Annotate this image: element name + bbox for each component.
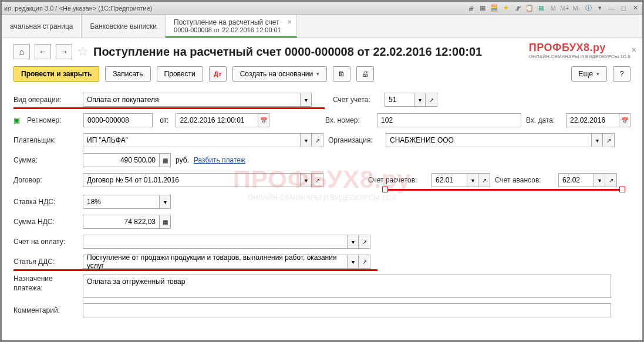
acc-settlements-select[interactable]: 62.01 ▾ ↗ (431, 173, 490, 187)
favorite-icon[interactable]: ☆ (77, 44, 89, 59)
printer-icon[interactable]: 🖨 (466, 4, 476, 13)
more-button[interactable]: Еще (571, 66, 607, 82)
regnum-input[interactable]: 0000-000008 (83, 113, 153, 127)
sum-currency: руб. (176, 156, 189, 164)
acc-settlements-value[interactable]: 62.01 (431, 173, 467, 187)
operation-value[interactable]: Оплата от покупателя (83, 93, 300, 107)
calc-icon[interactable]: ▦ (159, 153, 171, 167)
incoming-date-value[interactable]: 22.02.2016 (566, 113, 619, 127)
forward-button[interactable]: → (56, 44, 72, 59)
star-icon[interactable]: ★ (501, 4, 511, 13)
maximize-icon[interactable]: □ (619, 4, 628, 13)
payer-value[interactable]: ИП "АЛЬФА" (83, 133, 300, 147)
split-payment-link[interactable]: Разбить платеж (194, 156, 245, 164)
account-select[interactable]: 51 ▾ ↗ (385, 93, 437, 107)
chevron-down-icon[interactable]: ▾ (467, 173, 478, 187)
open-icon[interactable]: ↗ (359, 255, 370, 269)
open-icon[interactable]: ↗ (426, 93, 437, 107)
incoming-date-label: Вх. дата: (526, 116, 561, 124)
highlight-line (383, 189, 624, 191)
submit-close-button[interactable]: Провести и закрыть (14, 66, 99, 82)
chevron-down-icon[interactable]: ▾ (300, 93, 312, 107)
highlight-line (14, 107, 325, 109)
m-minus-icon[interactable]: M- (572, 4, 581, 13)
help-button[interactable]: ? (613, 66, 630, 82)
chevron-down-icon[interactable]: ▾ (591, 133, 603, 147)
open-icon[interactable]: ↗ (478, 173, 490, 187)
incoming-date-input[interactable]: 22.02.2016 📅 (566, 113, 630, 127)
vat-rate-label: Ставка НДС: (14, 198, 78, 206)
dds-value[interactable]: Поступление от продажи продукции и товар… (83, 255, 347, 269)
calc-icon[interactable]: 🧮 (490, 4, 499, 13)
chevron-down-icon[interactable]: ▾ (300, 133, 312, 147)
m-plus-icon[interactable]: M+ (560, 4, 569, 13)
tab-start-page[interactable]: ачальная страница (2, 15, 82, 38)
chevron-down-icon[interactable]: ▾ (347, 235, 359, 249)
acc-advances-value[interactable]: 62.02 (558, 173, 594, 187)
close-window-icon[interactable]: ✕ (630, 4, 640, 13)
payer-select[interactable]: ИП "АЛЬФА" ▾ ↗ (83, 133, 323, 147)
posting-icon-button[interactable]: Дт (209, 66, 227, 82)
dropdown-icon[interactable]: ▾ (595, 4, 605, 13)
calendar-icon[interactable]: 📋 (525, 4, 534, 13)
purpose-textarea[interactable]: Оплата за отгруженный товар (83, 275, 611, 298)
acc-advances-select[interactable]: 62.02 ▾ ↗ (558, 173, 617, 187)
attach-button[interactable]: 🗎 (333, 66, 350, 82)
close-icon[interactable]: × (632, 45, 636, 55)
minimize-icon[interactable]: — (607, 4, 616, 13)
save-button[interactable]: Записать (105, 66, 150, 82)
vat-rate-value[interactable]: 18% (83, 195, 159, 209)
invoice-select[interactable]: ▾ ↗ (83, 235, 370, 249)
payer-label: Плательщик: (14, 136, 78, 144)
regnum-date-value[interactable]: 22.02.2016 12:00:01 (176, 113, 258, 127)
regnum-date-input[interactable]: 22.02.2016 12:00:01 📅 (176, 113, 269, 127)
home-button[interactable]: ⌂ (14, 44, 30, 59)
org-value[interactable]: СНАБЖЕНИЕ ООО (386, 133, 591, 147)
vat-rate-select[interactable]: 18% ▾ (83, 195, 171, 209)
invoice-value[interactable] (83, 235, 347, 249)
sum-value[interactable]: 490 500,00 (83, 153, 159, 167)
open-icon[interactable]: ↗ (603, 133, 615, 147)
submit-button[interactable]: Провести (157, 66, 203, 82)
info-icon[interactable]: ⓘ (584, 4, 593, 13)
regnum-label: Рег.номер: (27, 116, 79, 124)
back-button[interactable]: ← (35, 44, 51, 59)
titlebar-icons: 🖨 ▦ 🧮 ★ 🖇 📋 ▦ M M+ M- ⓘ ▾ — □ ✕ (466, 4, 640, 13)
chevron-down-icon[interactable]: ▾ (414, 93, 426, 107)
grid-icon[interactable]: ▦ (537, 4, 546, 13)
close-icon[interactable]: × (288, 18, 292, 26)
tab-bank-statements[interactable]: Банковские выписки (82, 15, 166, 38)
calendar-icon[interactable]: 📅 (258, 113, 269, 127)
chevron-down-icon[interactable]: ▾ (594, 173, 605, 187)
chevron-down-icon[interactable]: ▾ (300, 173, 312, 187)
sum-input[interactable]: 490 500,00 ▦ (83, 153, 171, 167)
comment-input[interactable] (83, 303, 611, 317)
calendar-icon[interactable]: 📅 (619, 113, 630, 127)
open-icon[interactable]: ↗ (312, 173, 323, 187)
regnum-date-label: от: (160, 116, 168, 124)
vat-sum-input[interactable]: 74 822,03 ▦ (83, 215, 171, 229)
open-icon[interactable]: ↗ (312, 133, 323, 147)
org-select[interactable]: СНАБЖЕНИЕ ООО ▾ ↗ (386, 133, 615, 147)
tab-label: Банковские выписки (90, 22, 157, 31)
chevron-down-icon[interactable]: ▾ (159, 195, 171, 209)
operation-select[interactable]: Оплата от покупателя ▾ (83, 93, 312, 107)
calc-icon[interactable]: ▦ (159, 215, 171, 229)
print-button[interactable]: 🖨 (356, 66, 374, 82)
open-icon[interactable]: ↗ (605, 173, 617, 187)
attach-icon[interactable]: 🖇 (513, 4, 522, 13)
contract-value[interactable]: Договор № 54 от 01.01.2016 (83, 173, 300, 187)
layout-icon[interactable]: ▦ (478, 4, 487, 13)
contract-select[interactable]: Договор № 54 от 01.01.2016 ▾ ↗ (83, 173, 323, 187)
tab-receipt[interactable]: Поступление на расчетный счет 0000-00000… (166, 15, 297, 38)
acc-settlements-label: Счет расчетов: (368, 176, 427, 184)
dds-select[interactable]: Поступление от продажи продукции и товар… (83, 255, 370, 269)
chevron-down-icon[interactable]: ▾ (347, 255, 359, 269)
m-icon[interactable]: M (548, 4, 558, 13)
create-based-button[interactable]: Создать на основании (232, 66, 328, 82)
vat-sum-value[interactable]: 74 822,03 (83, 215, 159, 229)
operation-label: Вид операции: (14, 96, 78, 104)
incoming-num-input[interactable]: 102 (377, 113, 521, 127)
account-value[interactable]: 51 (385, 93, 414, 107)
open-icon[interactable]: ↗ (359, 235, 370, 249)
